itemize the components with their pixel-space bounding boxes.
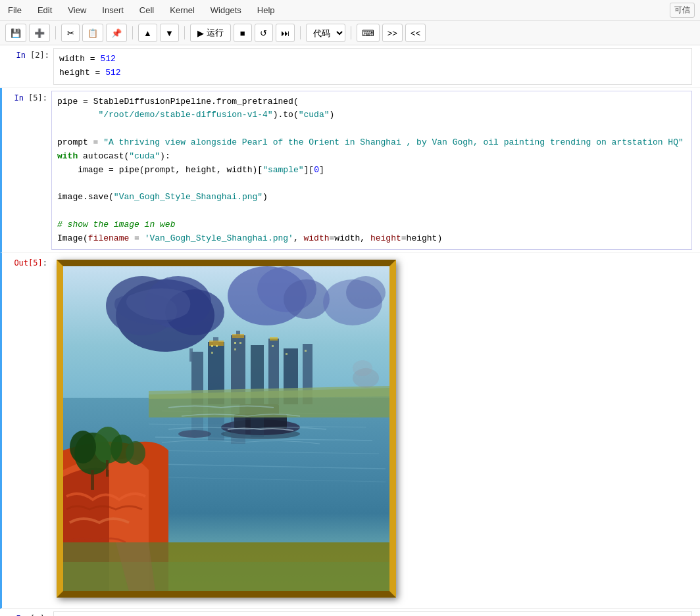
- indent-less-button[interactable]: <<: [405, 24, 426, 42]
- toolbar-separator-2: [132, 26, 133, 39]
- svg-rect-39: [234, 342, 236, 344]
- cell-1: In [2]: width = 512 height = 512: [0, 45, 700, 88]
- svg-point-10: [346, 276, 386, 309]
- cell-4-prompt: In [ ]:: [2, 609, 53, 616]
- trusted-badge: 可信: [670, 3, 695, 18]
- svg-rect-35: [270, 337, 278, 341]
- copy-button[interactable]: 📋: [82, 24, 103, 42]
- cell-type-select[interactable]: 代码: [306, 24, 345, 42]
- svg-rect-40: [239, 342, 241, 344]
- menu-insert[interactable]: Insert: [99, 4, 126, 16]
- svg-rect-36: [211, 345, 213, 347]
- indent-more-button[interactable]: >>: [382, 24, 403, 42]
- svg-rect-44: [305, 350, 307, 352]
- restart-button[interactable]: ↺: [255, 24, 273, 42]
- stop-button[interactable]: ■: [234, 24, 252, 42]
- restart-run-button[interactable]: ⏭: [276, 24, 295, 42]
- menu-cell[interactable]: Cell: [137, 4, 157, 16]
- cell-output-prompt: Out[5]:: [2, 253, 51, 273]
- cell-2: In [5]: pipe = StableDiffusionPipeline.f…: [0, 88, 700, 254]
- cell-2-content[interactable]: pipe = StableDiffusionPipeline.from_pret…: [51, 91, 692, 250]
- paste-button[interactable]: 📌: [106, 24, 127, 42]
- cell-2-prompt: In [5]:: [2, 88, 51, 253]
- cell-output-content: [51, 256, 401, 605]
- move-up-button[interactable]: ▲: [138, 24, 157, 42]
- menu-view[interactable]: View: [65, 4, 89, 16]
- menu-widgets[interactable]: Widgets: [208, 4, 244, 16]
- menu-help[interactable]: Help: [255, 4, 278, 16]
- svg-rect-54: [91, 470, 94, 490]
- svg-point-59: [353, 360, 372, 376]
- run-button[interactable]: ▶ 运行: [190, 24, 231, 42]
- svg-rect-43: [286, 353, 288, 355]
- svg-point-8: [284, 279, 330, 319]
- cell-4-content[interactable]: [53, 611, 692, 616]
- painting-frame: [57, 260, 396, 598]
- menu-edit[interactable]: Edit: [35, 4, 55, 16]
- run-icon: ▶: [197, 28, 204, 38]
- svg-rect-38: [211, 352, 213, 354]
- svg-rect-33: [209, 341, 224, 346]
- move-down-button[interactable]: ▼: [160, 24, 179, 42]
- svg-point-51: [70, 431, 96, 463]
- cell-1-code: width = 512 height = 512: [59, 53, 686, 80]
- svg-point-53: [126, 441, 145, 465]
- svg-rect-57: [63, 562, 389, 591]
- save-button[interactable]: 💾: [5, 24, 26, 42]
- keyboard-button[interactable]: ⌨: [357, 24, 380, 42]
- painting-svg: [63, 266, 389, 591]
- toolbar-separator-1: [55, 26, 56, 39]
- svg-rect-24: [189, 348, 193, 362]
- svg-rect-34: [232, 334, 244, 338]
- svg-rect-42: [272, 345, 274, 347]
- menubar: File Edit View Insert Cell Kernel Widget…: [0, 0, 700, 21]
- cell-output-5: Out[5]:: [0, 253, 700, 609]
- cell-1-prompt: In [2]:: [2, 45, 53, 87]
- toolbar-separator-3: [184, 26, 185, 39]
- run-label: 运行: [207, 27, 224, 39]
- toolbar-separator-4: [300, 26, 301, 39]
- add-cell-button[interactable]: ➕: [29, 24, 50, 42]
- cell-4: In [ ]:: [0, 609, 700, 616]
- svg-rect-37: [216, 345, 218, 347]
- svg-rect-55: [106, 460, 109, 477]
- toolbar-separator-5: [351, 26, 351, 39]
- notebook: In [2]: width = 512 height = 512 In [5]:…: [0, 45, 700, 616]
- menu-kernel[interactable]: Kernel: [167, 4, 197, 16]
- cell-2-code: pipe = StableDiffusionPipeline.from_pret…: [57, 95, 686, 246]
- menu-file[interactable]: File: [5, 4, 24, 16]
- cut-button[interactable]: ✂: [61, 24, 80, 42]
- cell-1-content[interactable]: width = 512 height = 512: [53, 48, 692, 85]
- svg-rect-41: [234, 348, 236, 350]
- toolbar: 💾 ➕ ✂ 📋 📌 ▲ ▼ ▶ 运行 ■ ↺ ⏭ 代码 ⌨ >> <<: [0, 21, 700, 45]
